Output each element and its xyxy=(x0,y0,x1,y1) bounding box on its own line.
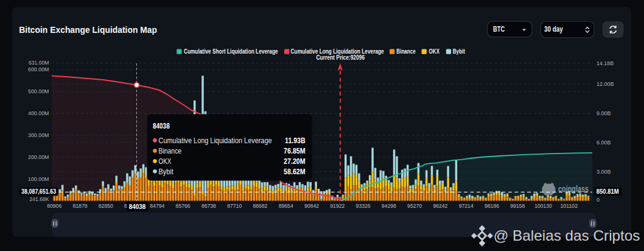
svg-text:Bybit: Bybit xyxy=(453,48,466,55)
svg-text:84038: 84038 xyxy=(153,122,170,130)
svg-text:99158: 99158 xyxy=(510,202,525,209)
svg-text:38,087,651.63: 38,087,651.63 xyxy=(21,188,56,195)
svg-text:Cumulative Long Liquidation Le: Cumulative Long Liquidation Leverage xyxy=(159,136,272,145)
svg-text:84038: 84038 xyxy=(129,203,146,210)
svg-text:6.00B: 6.00B xyxy=(597,140,611,146)
svg-text:0: 0 xyxy=(597,197,600,203)
svg-text:OKX: OKX xyxy=(429,48,440,55)
svg-text:12.00B: 12.00B xyxy=(597,81,614,87)
svg-text:81878: 81878 xyxy=(73,202,88,209)
svg-text:82850: 82850 xyxy=(99,202,113,209)
svg-text:97214: 97214 xyxy=(459,202,474,209)
svg-text:Binance: Binance xyxy=(159,147,182,155)
svg-text:11.93B: 11.93B xyxy=(285,136,306,145)
svg-text:76.85M: 76.85M xyxy=(284,147,306,155)
svg-text:200.00M: 200.00M xyxy=(28,154,49,160)
svg-text:300.00M: 300.00M xyxy=(28,132,49,138)
svg-text:88682: 88682 xyxy=(253,202,267,209)
svg-text:OKX: OKX xyxy=(159,157,172,166)
svg-text:14.18B: 14.18B xyxy=(597,60,614,66)
svg-text:Binance: Binance xyxy=(396,48,416,55)
svg-text:90842: 90842 xyxy=(304,202,319,209)
svg-text:100.00M: 100.00M xyxy=(28,176,49,182)
svg-text:241.68K: 241.68K xyxy=(30,196,49,202)
svg-text:Bitcoin Exchange Liquidation M: Bitcoin Exchange Liquidation Map xyxy=(19,24,157,35)
svg-text:Current Price:92096: Current Price:92096 xyxy=(317,54,365,61)
svg-text:96242: 96242 xyxy=(433,202,447,209)
svg-text:27.20M: 27.20M xyxy=(284,157,306,166)
svg-text:850.81M: 850.81M xyxy=(597,188,619,195)
svg-text:86738: 86738 xyxy=(201,202,216,209)
svg-text:400.00M: 400.00M xyxy=(28,110,49,116)
svg-text:95270: 95270 xyxy=(407,202,422,209)
svg-text:84794: 84794 xyxy=(150,202,164,209)
svg-text:58.62M: 58.62M xyxy=(284,168,306,176)
svg-text:Bybit: Bybit xyxy=(159,168,174,176)
svg-text:91922: 91922 xyxy=(330,202,345,209)
svg-text:30 day: 30 day xyxy=(544,25,563,34)
svg-text:100130: 100130 xyxy=(534,202,552,209)
svg-text:80906: 80906 xyxy=(47,202,61,209)
svg-text:87710: 87710 xyxy=(227,202,242,209)
svg-text:98186: 98186 xyxy=(485,202,499,209)
svg-text:101102: 101102 xyxy=(561,202,578,209)
svg-text:85766: 85766 xyxy=(176,202,191,209)
svg-text:89654: 89654 xyxy=(279,202,293,209)
svg-text:94298: 94298 xyxy=(382,202,396,209)
svg-text:631.00M: 631.00M xyxy=(29,60,49,66)
svg-text:600.00M: 600.00M xyxy=(28,66,49,72)
svg-text:3.00B: 3.00B xyxy=(597,169,611,175)
svg-text:BTC: BTC xyxy=(493,25,505,34)
svg-text:500.00M: 500.00M xyxy=(28,88,49,94)
svg-text:9.00B: 9.00B xyxy=(597,110,611,116)
svg-text:@ Baleias das Criptos: @ Baleias das Criptos xyxy=(494,227,640,244)
svg-text:93326: 93326 xyxy=(356,202,371,209)
svg-text:Cumulative Short Liquidation L: Cumulative Short Liquidation Leverage xyxy=(184,48,278,55)
